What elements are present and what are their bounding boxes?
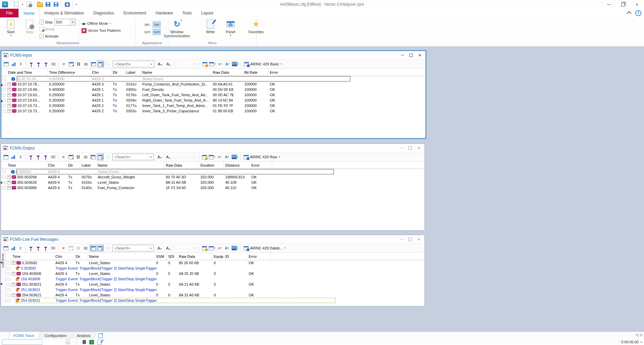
screenshot-icon[interactable] <box>64 1 70 8</box>
delta-time-icon[interactable]: Δt <box>82 154 89 160</box>
nav-forward-icon[interactable]: → <box>183 245 190 251</box>
animate-button[interactable]: Animate <box>40 34 58 39</box>
filter-sort-icon[interactable]: ↓ <box>43 61 49 67</box>
filter-icon[interactable] <box>28 154 34 160</box>
expand-icon[interactable]: + <box>7 186 11 190</box>
column-header-time[interactable]: Time <box>11 253 54 260</box>
clear-buffer-icon[interactable]: ✕ <box>67 245 74 251</box>
column-header-equip-id[interactable]: Equip. ID <box>212 253 247 260</box>
trace-row[interactable]: 251.003621Trigger Event: TriggerBlock[Tr… <box>6 287 425 292</box>
column-header-error[interactable]: Error <box>268 69 291 76</box>
capl-browser-icon[interactable]: CAPL <box>66 340 70 345</box>
nav-branch-icon[interactable]: ↑▾ <box>191 61 198 67</box>
database-selector[interactable]: ARINC 429 Basic▾ <box>244 62 282 66</box>
highlight-icon[interactable]: ▾ <box>232 61 239 67</box>
fit-window-icon[interactable]: ⇕ <box>17 61 24 67</box>
find-icon[interactable] <box>50 61 57 67</box>
expand-icon[interactable]: + <box>7 93 11 97</box>
close-button[interactable]: × <box>630 0 644 9</box>
trace-row[interactable]: +10:37:19.73...0.250000A429 2Tx0177oInne… <box>1 103 426 108</box>
search-input[interactable]: <Search>▾ <box>112 154 154 160</box>
trace-row[interactable]: +300.003268A429 4Tx0075oAircraft_Gross_W… <box>1 174 425 180</box>
row-flag-cell[interactable] <box>6 288 11 291</box>
filter-icon[interactable] <box>28 245 34 251</box>
find-icon[interactable] <box>50 154 56 160</box>
expand-icon[interactable]: + <box>12 272 15 276</box>
column-settings-icon[interactable]: ▾ <box>208 154 216 160</box>
search-input[interactable]: <Search>▾ <box>112 245 154 251</box>
column-header-dir[interactable]: Dir <box>74 253 88 260</box>
pause-icon[interactable] <box>75 154 82 160</box>
compare-config-icon[interactable] <box>26 1 32 8</box>
page-tab-configuration[interactable]: Configuration <box>39 332 72 339</box>
column-header-error[interactable]: Error <box>247 253 271 260</box>
search-dropdown-icon[interactable]: ▾ <box>148 245 154 251</box>
row-flag-cell[interactable] <box>6 278 11 281</box>
column-header-raw-data[interactable]: Raw Data <box>211 69 243 76</box>
filter-sort-icon[interactable]: ↓ <box>42 154 49 160</box>
minimize-button[interactable] <box>602 0 616 9</box>
font-size-icon[interactable]: A▾ <box>224 61 231 67</box>
scroll-mode-icon[interactable]: ▶ <box>97 61 104 67</box>
nav-forward-icon[interactable]: → <box>183 154 190 160</box>
new-page-tab-button[interactable] <box>96 332 105 339</box>
filter-cut-icon[interactable]: ✂ <box>35 245 42 251</box>
trace-window-titlebar[interactable]: FCMS-Low Fuel Messages× <box>1 235 425 243</box>
column-header-time[interactable]: Time <box>6 162 47 169</box>
column-header-chn[interactable]: Chn <box>91 69 111 76</box>
time-ruler-icon[interactable] <box>201 154 208 160</box>
row-flag-cell[interactable] <box>6 283 11 286</box>
expand-icon[interactable]: + <box>12 283 15 286</box>
format-toggle-dec[interactable]: dec <box>143 21 152 28</box>
statistics-icon[interactable] <box>10 154 16 160</box>
expand-icon[interactable]: + <box>7 181 11 184</box>
expand-icon[interactable]: + <box>7 175 11 179</box>
trace-row[interactable]: +251.003621A429 4TxLevel_States000A 21 A… <box>6 282 425 287</box>
column-header-chn[interactable]: Chn <box>47 162 67 169</box>
search-up-icon[interactable]: A▲ <box>164 154 171 160</box>
fixed-frame-icon[interactable] <box>90 61 97 67</box>
column-settings-icon[interactable]: ▾ <box>209 61 216 67</box>
expand-icon[interactable]: + <box>12 293 15 297</box>
row-height-icon[interactable]: ≡▾ <box>216 154 223 160</box>
menu-tab-home[interactable]: Home <box>18 9 39 18</box>
filter-icon[interactable] <box>28 61 35 67</box>
column-header-label[interactable]: Label <box>80 162 96 169</box>
offline-mode-caret-icon[interactable]: ▾ <box>110 22 111 25</box>
column-header-dir[interactable]: Dir <box>67 162 80 169</box>
expand-icon[interactable]: + <box>7 109 11 113</box>
app-logo-icon[interactable]: ∿ <box>2 1 8 8</box>
column-header-label[interactable]: Label <box>125 69 141 76</box>
menu-tab-tools[interactable]: Tools <box>178 9 197 17</box>
row-flag-cell[interactable] <box>6 294 11 297</box>
nav-branch-icon[interactable]: ↑▾ <box>191 154 197 160</box>
row-flag-cell[interactable] <box>6 262 11 265</box>
fixed-frame-icon[interactable] <box>90 245 96 251</box>
trace-row[interactable]: +10:37:19.48...0.400000A429 1Tx0350oFuel… <box>1 87 426 92</box>
trace-row[interactable]: +0.203582A429 4TxLevel_States0085 26 60 … <box>6 260 425 266</box>
column-header-bit-rate[interactable]: Bit Rate <box>243 69 268 76</box>
column-header-name[interactable]: Name <box>141 69 211 76</box>
expand-icon[interactable]: + <box>12 261 15 265</box>
config-icon[interactable] <box>3 61 9 67</box>
highlight-icon[interactable]: ▾ <box>231 154 239 160</box>
column-header-date-and-time[interactable]: Date and Time <box>7 69 48 76</box>
expand-icon[interactable]: + <box>7 82 11 86</box>
fit-window-icon[interactable]: ⇕ <box>17 154 24 160</box>
menu-tab-diagnostics[interactable]: Diagnostics <box>89 9 119 17</box>
trace-row[interactable]: +254.003621A429 4TxLevel_States008A 31 A… <box>6 292 425 298</box>
statistics-icon[interactable] <box>10 61 17 67</box>
trace-row[interactable]: i0.000000A429 4Status Event <box>1 169 425 174</box>
save-as-icon[interactable] <box>53 1 59 8</box>
trace-row[interactable]: 0.203582Trigger Event: TriggerBlock[Trig… <box>6 266 425 271</box>
clear-buffer-icon[interactable]: ✕ <box>68 61 75 67</box>
column-header-duration[interactable]: Duration <box>199 162 224 169</box>
start-button[interactable]: Start ▾ <box>1 18 20 37</box>
scroll-mode-icon[interactable]: ▶ <box>97 154 104 160</box>
search-up-icon[interactable]: A▲ <box>164 245 171 251</box>
help-icon[interactable]: ? <box>635 10 641 16</box>
trace-minimize-button[interactable] <box>398 52 407 59</box>
restore-button[interactable] <box>616 0 630 9</box>
menu-tab-environment[interactable]: Environment <box>119 9 151 17</box>
nav-back-icon[interactable]: ← <box>176 61 183 67</box>
